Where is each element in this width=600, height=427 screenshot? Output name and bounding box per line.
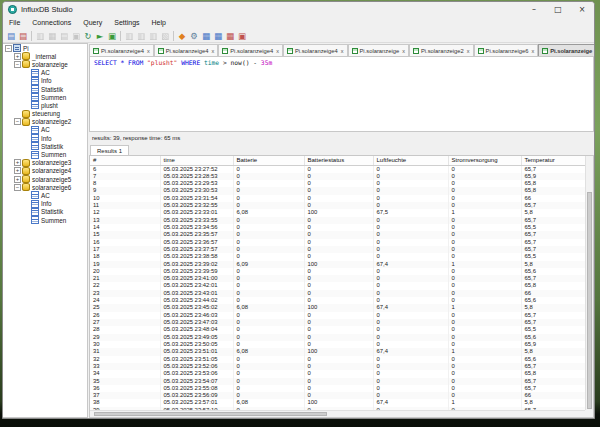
tree-expander-minus[interactable]: − — [14, 118, 21, 125]
remove-database-icon[interactable]: ▤ — [17, 30, 29, 42]
table-row[interactable]: 1405.03.2025 23:34:56000065,5 — [90, 224, 586, 231]
tab-close-icon[interactable]: x — [147, 48, 150, 54]
vertical-scrollbar[interactable] — [585, 156, 593, 410]
tab-close-icon[interactable]: x — [467, 48, 470, 54]
column-header-time[interactable]: time — [160, 156, 233, 165]
results-tab[interactable]: Results 1 — [90, 145, 129, 155]
menu-settings[interactable]: Settings — [108, 17, 145, 29]
menu-file[interactable]: File — [3, 17, 26, 29]
column-header-temperatur[interactable]: Temperatur — [521, 156, 586, 165]
tree-item-solaranzeige5[interactable]: +solaranzeige5 — [3, 175, 87, 183]
menu-help[interactable]: Help — [146, 17, 172, 29]
menu-connections[interactable]: Connections — [26, 17, 77, 29]
tab-pi.solaranzeige4[interactable]: Pi.solaranzeige4x — [218, 44, 283, 56]
minimize-button[interactable]: – — [522, 2, 546, 17]
tree-expander-plus[interactable]: + — [14, 176, 21, 183]
tree-item-info[interactable]: Info — [3, 77, 87, 85]
tab-close-icon[interactable]: x — [531, 48, 534, 54]
tree-item-summen[interactable]: Summen — [3, 150, 87, 158]
table-row[interactable]: 3805.03.2025 23:57:016,0810067,415,8 — [90, 399, 586, 406]
clear-grid-icon[interactable]: ▦ — [224, 30, 236, 42]
tree-item-statistik[interactable]: Statistik — [3, 142, 87, 150]
tree-expander-plus[interactable]: + — [14, 167, 21, 174]
title-bar[interactable]: InfluxDB Studio – □ × — [3, 2, 594, 17]
tree-item-info[interactable]: Info — [3, 134, 87, 142]
new-query-tab-icon[interactable]: ▣ — [106, 30, 118, 42]
table-row[interactable]: 2205.03.2025 23:42:01000065,8 — [90, 282, 586, 289]
tab-close-icon[interactable]: x — [276, 48, 279, 54]
tree-item-solaranzeige6[interactable]: −solaranzeige6 — [3, 183, 87, 191]
table-row[interactable]: 3305.03.2025 23:52:06000065,7 — [90, 363, 586, 370]
tree-item-_internal[interactable]: +_internal — [3, 52, 87, 60]
tree-item-solaranzeige4[interactable]: +solaranzeige4 — [3, 167, 87, 175]
table-row[interactable]: 3605.03.2025 23:55:08000065,7 — [90, 385, 586, 392]
tab-pi.solaranzeige[interactable]: Pi.solaranzeigex — [538, 44, 594, 56]
tree-item-statistik[interactable]: Statistik — [3, 85, 87, 93]
table-row[interactable]: 1905.03.2025 23:39:026,0910067,415,8 — [90, 261, 586, 268]
query-editor[interactable]: SELECT * FROM "plusht" WHERE time > now(… — [89, 56, 594, 132]
tab-pi.solaranzeige6[interactable]: Pi.solaranzeige6x — [474, 44, 539, 56]
tree-expander-minus[interactable]: − — [5, 45, 12, 52]
table-row[interactable]: 3705.03.2025 23:56:09000066 — [90, 392, 586, 399]
tree-item-ac[interactable]: AC — [3, 69, 87, 77]
table-row[interactable]: 2805.03.2025 23:48:04000065,5 — [90, 326, 586, 333]
table-row[interactable]: 2505.03.2025 23:45:026,0810067,415,8 — [90, 304, 586, 311]
tree-expander-plus[interactable]: + — [14, 53, 21, 60]
tree-item-ac[interactable]: AC — [3, 126, 87, 134]
tree-item-info[interactable]: Info — [3, 200, 87, 208]
tab-pi.solaranzeige4[interactable]: Pi.solaranzeige4x — [283, 44, 348, 56]
run-query-icon[interactable]: ► — [94, 30, 106, 42]
tab-pi.solaranzeige[interactable]: Pi.solaranzeigex — [348, 44, 409, 56]
tree-item-summen[interactable]: Summen — [3, 93, 87, 101]
table-row[interactable]: 1805.03.2025 23:38:58000065,5 — [90, 253, 586, 260]
column-header-batteriestatus[interactable]: Batteriestatus — [304, 156, 373, 165]
close-button[interactable]: × — [570, 2, 594, 17]
table-row[interactable]: 2005.03.2025 23:39:59000065,6 — [90, 268, 586, 275]
connect-database-icon[interactable]: ▤ — [5, 30, 17, 42]
column-header-luftfeuchte[interactable]: Luftfeuchte — [373, 156, 448, 165]
settings-icon[interactable]: ⚙ — [188, 30, 200, 42]
grid-results-icon[interactable]: ▦ — [200, 30, 212, 42]
table-row[interactable]: 1605.03.2025 23:36:57000065,7 — [90, 239, 586, 246]
table-row[interactable]: 1205.03.2025 23:33:016,0810067,515,8 — [90, 209, 586, 216]
table-row[interactable]: 3205.03.2025 23:51:05000065,6 — [90, 356, 586, 363]
tab-close-icon[interactable]: x — [212, 48, 215, 54]
table-row[interactable]: 1105.03.2025 23:32:55000065,7 — [90, 202, 586, 209]
table-row[interactable]: 3005.03.2025 23:50:05000065,9 — [90, 341, 586, 348]
tree-item-solaranzeige[interactable]: −solaranzeige — [3, 60, 87, 68]
horizontal-scrollbar[interactable] — [90, 410, 585, 417]
table-row[interactable]: 1705.03.2025 23:37:57000065,7 — [90, 246, 586, 253]
table-row[interactable]: 805.03.2025 23:29:53000065,8 — [90, 180, 586, 187]
tree-item-summen[interactable]: Summen — [3, 216, 87, 224]
tab-pi.solaranzeige2[interactable]: Pi.solaranzeige2x — [409, 44, 474, 56]
table-row[interactable]: 905.03.2025 23:30:53000065,8 — [90, 187, 586, 194]
tree-expander-plus[interactable]: + — [14, 159, 21, 166]
link-icon[interactable]: ◆ — [176, 30, 188, 42]
table-row[interactable]: 3405.03.2025 23:53:06000065,8 — [90, 370, 586, 377]
maximize-button[interactable]: □ — [546, 2, 570, 17]
refresh-icon[interactable]: ↻ — [82, 30, 94, 42]
column-header-batterie[interactable]: Batterie — [233, 156, 304, 165]
table-row[interactable]: 2305.03.2025 23:43:01000066 — [90, 290, 586, 297]
table-row[interactable]: 2705.03.2025 23:47:03000065,7 — [90, 319, 586, 326]
tree-item-solaranzeige3[interactable]: +solaranzeige3 — [3, 159, 87, 167]
tree-item-solaranzeige2[interactable]: −solaranzeige2 — [3, 118, 87, 126]
table-row[interactable]: 1505.03.2025 23:35:57000065,7 — [90, 231, 586, 238]
table-row[interactable]: 1005.03.2025 23:31:54000066 — [90, 195, 586, 202]
tree-expander-minus[interactable]: − — [14, 61, 21, 68]
table-row[interactable]: 2405.03.2025 23:44:02000065,6 — [90, 297, 586, 304]
tree-item-plusht[interactable]: plusht — [3, 101, 87, 109]
menu-query[interactable]: Query — [77, 17, 108, 29]
table-row[interactable]: 2605.03.2025 23:46:03000065,7 — [90, 312, 586, 319]
horizontal-scrollbar-thumb[interactable] — [94, 412, 327, 416]
table-row[interactable]: 1305.03.2025 23:33:55000065,7 — [90, 217, 586, 224]
tab-pi.solaranzeige4[interactable]: Pi.solaranzeige4x — [154, 44, 219, 56]
tab-close-icon[interactable]: x — [341, 48, 344, 54]
close-results-icon[interactable]: ▣ — [236, 30, 248, 42]
table-row[interactable]: 705.03.2025 23:28:53000065,9 — [90, 173, 586, 180]
table-row[interactable]: 3105.03.2025 23:51:016,0810067,415,8 — [90, 348, 586, 355]
tab-pi.solaranzeige4[interactable]: Pi.solaranzeige4x — [89, 44, 154, 56]
table-row[interactable]: 2905.03.2025 23:49:05000065,6 — [90, 334, 586, 341]
column-header-num[interactable]: # — [90, 156, 160, 165]
table-row[interactable]: 605.03.2025 23:27:52000065,7 — [90, 165, 586, 173]
